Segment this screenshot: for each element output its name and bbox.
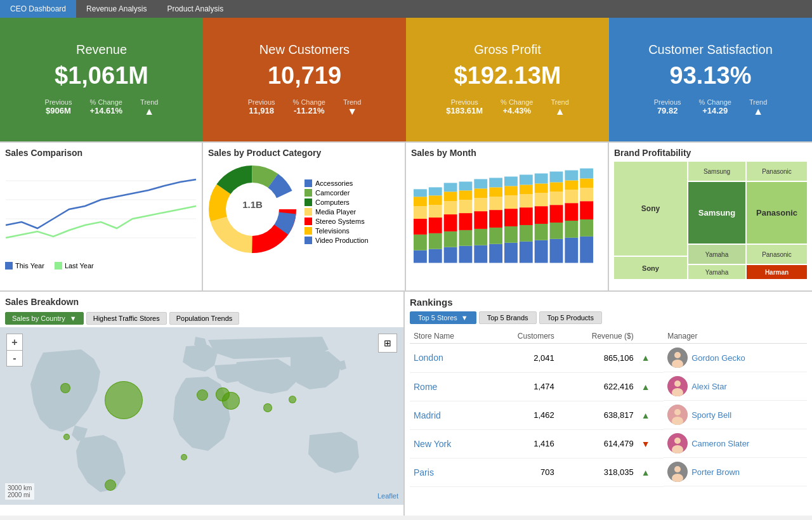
- svg-rect-13: [414, 235, 427, 250]
- svg-rect-57: [520, 194, 533, 207]
- treemap-cell-samsung-header: Samsung: [688, 162, 745, 181]
- brand-profitability-title: Brand Profitability: [614, 148, 807, 158]
- svg-rect-21: [429, 205, 442, 218]
- satisfaction-trend-icon: ▲: [753, 106, 763, 117]
- trend-cell: ▼: [638, 429, 664, 458]
- svg-rect-66: [550, 239, 563, 263]
- treemap: Sony Sony Samsung Samsung Yamaha Yamaha …: [614, 162, 807, 279]
- manager-cell: Sporty Bell: [664, 401, 807, 429]
- treemap-cell-sony-bottom: Sony: [614, 257, 687, 279]
- svg-rect-75: [565, 190, 578, 203]
- kpi-revenue-value: $1,061M: [55, 62, 148, 89]
- svg-rect-67: [550, 223, 563, 239]
- manager-avatar: [667, 462, 688, 482]
- trend-cell: ▲: [638, 458, 664, 486]
- rankings-panel: Rankings Top 5 Stores ▼ Top 5 Brands Top…: [405, 292, 812, 516]
- map-bubble-2: [60, 383, 70, 393]
- treemap-cell-panasonic-bottom: Panasonic: [747, 245, 807, 264]
- kpi-gross-profit: Gross Profit $192.13M Previous $183.61M …: [406, 18, 609, 141]
- manager-cell: Porter Brown: [664, 458, 807, 486]
- svg-rect-50: [504, 209, 518, 226]
- map-bubble-4: [197, 389, 208, 401]
- svg-rect-46: [489, 187, 502, 197]
- kpi-satisfaction-value: 93.13%: [670, 62, 752, 89]
- revenue-trend-icon: ▲: [144, 106, 154, 117]
- svg-rect-76: [565, 180, 578, 190]
- table-row: New York 1,416 614,479 ▼ Cameron Slater: [410, 429, 807, 458]
- col-manager: Manager: [664, 329, 807, 344]
- svg-rect-42: [489, 244, 502, 263]
- tab-top-products[interactable]: Top 5 Products: [539, 311, 602, 324]
- svg-rect-54: [520, 242, 533, 263]
- treemap-cell-yamaha2: Yamaha: [688, 265, 745, 279]
- svg-rect-53: [504, 176, 518, 186]
- svg-rect-56: [520, 207, 533, 225]
- brand-profitability-panel: Brand Profitability Sony Sony Samsung Sa…: [609, 143, 812, 290]
- svg-rect-41: [474, 179, 487, 188]
- map-layer-button[interactable]: ⊞: [378, 334, 397, 353]
- svg-point-95: [674, 438, 681, 444]
- customers-cell: 2,041: [487, 344, 558, 373]
- sales-by-month-title: Sales by Month: [411, 148, 603, 158]
- manager-cell: Alexi Star: [664, 372, 807, 401]
- tab-ceo-dashboard[interactable]: CEO Dashboard: [0, 0, 76, 18]
- svg-rect-36: [474, 245, 487, 263]
- trend-up-icon: ▲: [641, 353, 650, 363]
- table-row: Paris 703 318,035 ▲ Porter Brown: [410, 458, 807, 486]
- sales-comparison-chart: [5, 162, 197, 257]
- rankings-header-row: Store Name Customers Revenue ($) Manager: [410, 329, 807, 344]
- store-name-cell: Paris: [410, 458, 487, 486]
- svg-rect-16: [414, 197, 427, 206]
- svg-rect-79: [580, 219, 593, 237]
- sales-breakdown-title: Sales Breakdown: [0, 292, 403, 309]
- breakdown-tab-stores[interactable]: Highest Traffic Stores: [86, 312, 167, 325]
- svg-rect-69: [550, 192, 563, 205]
- kpi-satisfaction: Customer Satisfaction 93.13% Previous 79…: [609, 18, 812, 141]
- tab-top-stores[interactable]: Top 5 Stores ▼: [410, 311, 476, 324]
- kpi-profit-title: Gross Profit: [474, 42, 541, 57]
- this-year-legend-color: [5, 262, 13, 270]
- svg-text:1.1B: 1.1B: [242, 199, 263, 210]
- table-row: Rome 1,474 622,416 ▲ Alexi Star: [410, 372, 807, 401]
- svg-rect-32: [459, 213, 473, 230]
- trend-cell: ▲: [638, 401, 664, 429]
- treemap-cell-samsung-main: Samsung: [688, 182, 745, 244]
- customers-cell: 1,416: [487, 429, 558, 458]
- tab-top-brands[interactable]: Top 5 Brands: [479, 311, 537, 324]
- customers-cell: 1,462: [487, 401, 558, 429]
- zoom-in-button[interactable]: +: [6, 334, 23, 350]
- map-bubble-10: [105, 479, 116, 491]
- svg-rect-29: [444, 183, 457, 192]
- manager-avatar: [667, 433, 688, 453]
- rankings-title: Rankings: [410, 297, 807, 308]
- map-container: + - ⊞ 3000 km 2000 mi Leaflet: [0, 327, 403, 505]
- table-row: Madrid 1,462 638,817 ▲ Sporty Bell: [410, 401, 807, 429]
- map-bubble-1: [105, 381, 143, 419]
- revenue-cell: 318,035: [558, 458, 638, 486]
- svg-point-92: [674, 409, 681, 415]
- tab-revenue-analysis[interactable]: Revenue Analysis: [76, 0, 157, 18]
- svg-rect-23: [429, 187, 442, 195]
- svg-rect-17: [414, 189, 427, 197]
- svg-rect-55: [520, 225, 533, 242]
- tab-product-analysis[interactable]: Product Analysis: [157, 0, 233, 18]
- leaflet-link[interactable]: Leaflet: [377, 492, 398, 500]
- svg-rect-51: [504, 195, 518, 209]
- svg-rect-52: [504, 186, 518, 195]
- zoom-out-button[interactable]: -: [6, 350, 23, 367]
- svg-rect-70: [550, 182, 563, 192]
- svg-rect-80: [580, 201, 593, 219]
- svg-rect-45: [489, 197, 502, 210]
- svg-rect-35: [459, 181, 473, 190]
- col-trend: [638, 329, 664, 344]
- col-store-name: Store Name: [410, 329, 487, 344]
- breakdown-tab-population[interactable]: Population Trends: [169, 312, 240, 325]
- sales-by-category-panel: Sales by Product Category 1.1B: [203, 143, 406, 290]
- svg-rect-63: [535, 193, 548, 206]
- svg-rect-64: [535, 183, 548, 193]
- svg-rect-74: [565, 203, 578, 221]
- svg-rect-47: [489, 178, 502, 187]
- breakdown-tab-country[interactable]: Sales by Country ▼: [5, 312, 84, 325]
- svg-rect-19: [429, 233, 442, 249]
- svg-rect-38: [474, 211, 487, 229]
